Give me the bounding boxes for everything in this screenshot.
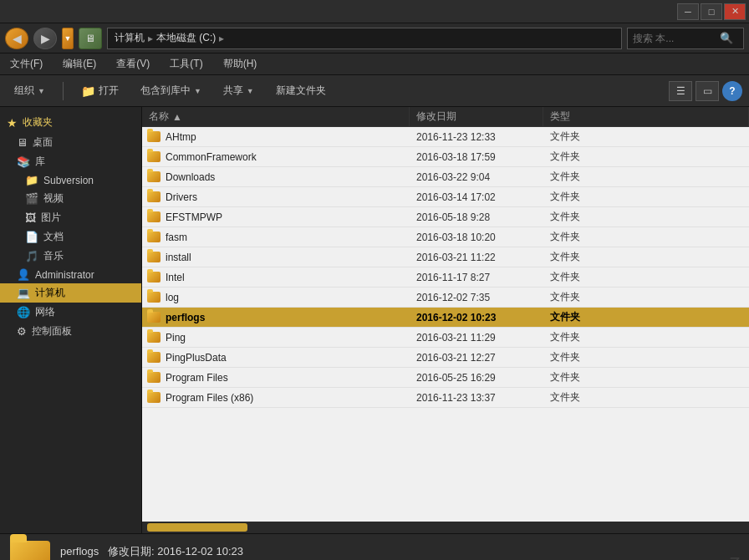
table-row[interactable]: CommonFramework2016-03-18 17:59文件夹 xyxy=(142,147,749,167)
help-button[interactable]: ? xyxy=(722,81,742,101)
file-name-cell: Drivers xyxy=(142,191,410,203)
file-date: 2016-03-21 12:27 xyxy=(410,352,543,364)
file-header: 名称 ▲ 修改日期 类型 xyxy=(142,107,749,127)
desktop-icon: 🖥 xyxy=(17,136,28,149)
back-button[interactable]: ◀ xyxy=(5,28,28,49)
organize-label: 组织 xyxy=(14,84,34,98)
file-name: PingPlusData xyxy=(166,352,227,364)
table-row[interactable]: Program Files (x86)2016-11-23 13:37文件夹 xyxy=(142,388,749,408)
network-label: 网络 xyxy=(35,305,55,319)
menu-file[interactable]: 文件(F) xyxy=(7,55,46,73)
minimize-button[interactable]: ─ xyxy=(677,3,699,20)
table-row[interactable]: Drivers2016-03-14 17:02文件夹 xyxy=(142,187,749,207)
file-name: fasm xyxy=(166,232,187,243)
file-name: perflogs xyxy=(166,312,205,323)
toolbar-right: ☰ ▭ ? xyxy=(669,81,742,101)
file-name: Downloads xyxy=(166,171,215,183)
sidebar-item-document[interactable]: 📄 文档 xyxy=(0,227,141,247)
table-row[interactable]: AHtmp2016-11-23 12:33文件夹 xyxy=(142,127,749,147)
table-row[interactable]: Downloads2016-03-22 9:04文件夹 xyxy=(142,167,749,187)
sidebar-item-network[interactable]: 🌐 网络 xyxy=(0,303,141,322)
nav-bar: ◀ ▶ ▼ 🖥 计算机 ▸ 本地磁盘 (C:) ▸ 🔍 xyxy=(0,23,749,53)
file-type: 文件夹 xyxy=(543,350,749,364)
include-arrow: ▼ xyxy=(194,87,201,95)
file-name: Program Files xyxy=(166,372,228,384)
document-label: 文档 xyxy=(43,230,64,244)
menu-edit[interactable]: 编辑(E) xyxy=(59,55,99,73)
address-bar[interactable]: 计算机 ▸ 本地磁盘 (C:) ▸ xyxy=(107,28,622,49)
menu-tools[interactable]: 工具(T) xyxy=(166,55,206,73)
file-area: 名称 ▲ 修改日期 类型 AHtmp2016-11-23 12:33文件夹Com… xyxy=(142,107,749,533)
sidebar: ★ 收藏夹 🖥 桌面 📚 库 📁 Subversion 🎬 视频 🖼 图片 📄 … xyxy=(0,107,142,533)
folder-icon xyxy=(147,372,160,383)
table-row[interactable]: Ping2016-03-21 11:29文件夹 xyxy=(142,328,749,348)
file-date: 2016-11-17 8:27 xyxy=(410,272,543,283)
menu-view[interactable]: 查看(V) xyxy=(113,55,153,73)
horizontal-scrollbar[interactable] xyxy=(142,522,749,533)
share-label: 共享 xyxy=(223,84,243,98)
open-button[interactable]: 📁 打开 xyxy=(74,79,126,103)
sidebar-item-video[interactable]: 🎬 视频 xyxy=(0,189,141,208)
search-input[interactable] xyxy=(633,33,716,44)
table-row[interactable]: EFSTMPWP2016-05-18 9:28文件夹 xyxy=(142,207,749,227)
music-label: 音乐 xyxy=(43,249,64,263)
include-library-button[interactable]: 包含到库中 ▼ xyxy=(133,79,209,103)
folder-icon xyxy=(147,252,160,262)
folder-icon xyxy=(147,292,160,303)
file-name: AHtmp xyxy=(166,131,196,143)
nav-dropdown-button[interactable]: ▼ xyxy=(62,28,74,49)
sidebar-item-library[interactable]: 📚 库 xyxy=(0,152,141,171)
control-panel-label: 控制面板 xyxy=(32,324,72,339)
sidebar-item-desktop[interactable]: 🖥 桌面 xyxy=(0,133,141,152)
table-row[interactable]: fasm2016-03-18 10:20文件夹 xyxy=(142,227,749,247)
file-name-cell: EFSTMPWP xyxy=(142,211,410,223)
address-current: 本地磁盘 (C:) xyxy=(156,31,216,45)
header-name[interactable]: 名称 ▲ xyxy=(142,107,410,126)
folder-icon xyxy=(147,272,160,283)
sidebar-item-subversion[interactable]: 📁 Subversion xyxy=(0,171,141,189)
header-type[interactable]: 类型 xyxy=(543,107,749,126)
sidebar-item-control-panel[interactable]: ⚙ 控制面板 xyxy=(0,322,141,341)
document-icon: 📄 xyxy=(25,231,38,243)
file-date: 2016-12-02 10:23 xyxy=(410,312,543,323)
file-type: 文件夹 xyxy=(543,210,749,224)
table-row[interactable]: perflogs2016-12-02 10:23文件夹 xyxy=(142,308,749,328)
table-row[interactable]: Program Files2016-05-25 16:29文件夹 xyxy=(142,368,749,388)
file-name-cell: Downloads xyxy=(142,171,410,183)
view-toggle-button[interactable]: ☰ xyxy=(669,81,692,101)
search-icon[interactable]: 🔍 xyxy=(720,32,733,44)
sidebar-item-music[interactable]: 🎵 音乐 xyxy=(0,247,141,266)
organize-button[interactable]: 组织 ▼ xyxy=(7,79,53,103)
table-row[interactable]: Intel2016-11-17 8:27文件夹 xyxy=(142,267,749,288)
share-button[interactable]: 共享 ▼ xyxy=(216,79,262,103)
computer-icon: 💻 xyxy=(17,287,30,299)
share-arrow: ▼ xyxy=(247,87,254,95)
new-folder-button[interactable]: 新建文件夹 xyxy=(268,79,334,103)
preview-pane-button[interactable]: ▭ xyxy=(696,81,719,101)
folder-icon xyxy=(147,191,160,202)
file-type: 文件夹 xyxy=(543,250,749,264)
network-icon: 🌐 xyxy=(17,306,30,318)
subversion-label: Subversion xyxy=(43,175,94,186)
folder-icon xyxy=(147,312,160,323)
folder-icon xyxy=(147,232,160,242)
open-label: 打开 xyxy=(99,84,119,98)
table-row[interactable]: PingPlusData2016-03-21 12:27文件夹 xyxy=(142,348,749,368)
sidebar-item-computer[interactable]: 💻 计算机 xyxy=(0,283,141,303)
search-box[interactable]: 🔍 xyxy=(627,28,744,49)
sidebar-item-admin[interactable]: 👤 Administrator xyxy=(0,266,141,283)
admin-icon: 👤 xyxy=(17,268,30,281)
sidebar-item-picture[interactable]: 🖼 图片 xyxy=(0,208,141,227)
table-row[interactable]: install2016-03-21 11:22文件夹 xyxy=(142,247,749,267)
table-row[interactable]: log2016-12-02 7:35文件夹 xyxy=(142,288,749,308)
file-name: CommonFramework xyxy=(166,151,257,163)
forward-button[interactable]: ▶ xyxy=(33,28,57,49)
scroll-thumb[interactable] xyxy=(147,523,247,532)
menu-help[interactable]: 帮助(H) xyxy=(220,55,261,73)
close-button[interactable]: ✕ xyxy=(724,3,746,20)
recent-locations-icon[interactable]: 🖥 xyxy=(79,28,102,49)
sidebar-favorites[interactable]: ★ 收藏夹 xyxy=(0,112,141,133)
header-date[interactable]: 修改日期 xyxy=(410,107,543,126)
subversion-icon: 📁 xyxy=(25,174,38,186)
maximize-button[interactable]: □ xyxy=(701,3,722,20)
